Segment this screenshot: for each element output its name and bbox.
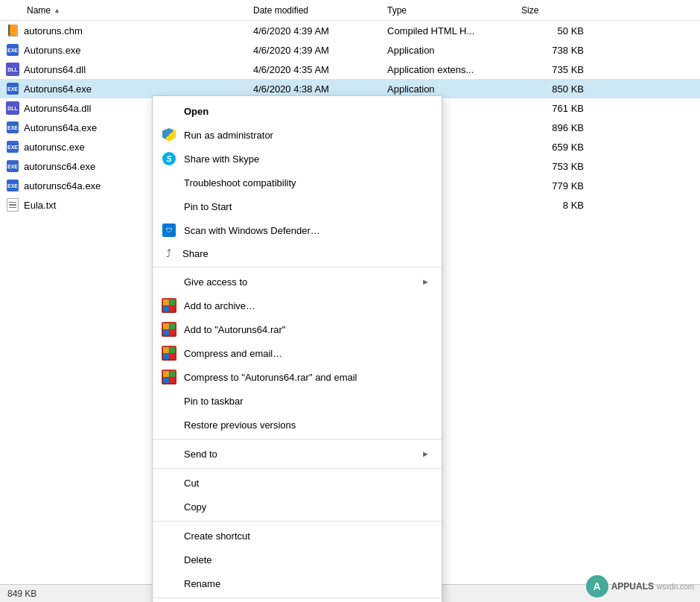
ctx-item-scan-defender[interactable]: 🛡 Scan with Windows Defender… <box>153 218 442 242</box>
ctx-item-open[interactable]: Open <box>153 99 442 123</box>
context-menu-separator <box>153 598 442 598</box>
file-name-cell: EXE Autoruns64.exe <box>0 82 253 95</box>
watermark: A APPUALS wsxdn.com <box>586 575 694 598</box>
file-name-label: Autoruns64.exe <box>24 83 92 95</box>
rar-icon <box>162 322 176 337</box>
ctx-label-pin-start: Pin to Start <box>184 201 232 212</box>
file-date-cell: 4/6/2020 4:39 AM <box>253 45 387 56</box>
col-name-label: Name <box>27 5 51 16</box>
file-date-cell: 4/6/2020 4:39 AM <box>253 25 387 37</box>
file-name-label: Autoruns.exe <box>24 45 81 56</box>
ctx-label-send-to: Send to <box>184 449 217 460</box>
file-size-cell: 738 KB <box>521 45 596 56</box>
ctx-no-icon <box>162 274 176 289</box>
ctx-item-restore-prev[interactable]: Restore previous versions <box>153 413 442 437</box>
file-name-label: Autoruns64.dll <box>24 64 86 75</box>
ctx-no-icon <box>162 446 176 461</box>
file-size-cell: 659 KB <box>521 142 596 153</box>
ctx-item-create-shortcut[interactable]: Create shortcut <box>153 524 442 548</box>
svg-text:EXE: EXE <box>7 125 18 130</box>
ctx-item-share-skype[interactable]: S Share with Skype <box>153 147 442 171</box>
rar-icon <box>162 298 176 313</box>
col-header-name[interactable]: Name ▲ <box>0 5 253 16</box>
ctx-label-add-archive: Add to archive… <box>184 300 255 311</box>
ctx-item-add-rar[interactable]: Add to "Autoruns64.rar" <box>153 317 442 341</box>
ctx-label-copy: Copy <box>184 501 206 513</box>
file-name-cell: DLL Autoruns64.dll <box>0 63 253 76</box>
appuals-logo-icon: A <box>586 575 608 598</box>
file-row[interactable]: EXE Autoruns.exe 4/6/2020 4:39 AM Applic… <box>0 40 700 60</box>
watermark-domain: wsxdn.com <box>657 583 694 591</box>
ctx-item-cut[interactable]: Cut <box>153 471 442 495</box>
exe-file-icon: EXE <box>6 82 19 95</box>
ctx-label-share-skype: Share with Skype <box>184 153 259 165</box>
ctx-label-share: Share <box>182 248 209 259</box>
col-header-date[interactable]: Date modified <box>253 5 387 16</box>
file-name-cell: 📙 autoruns.chm <box>0 24 253 37</box>
ctx-no-icon <box>162 393 176 408</box>
ctx-item-give-access[interactable]: Give access to ► <box>153 270 442 294</box>
ctx-item-copy[interactable]: Copy <box>153 495 442 519</box>
exe-file-icon: EXE <box>6 179 19 192</box>
ctx-label-add-rar: Add to "Autoruns64.rar" <box>184 324 285 335</box>
ctx-no-icon <box>162 104 176 118</box>
ctx-label-restore-prev: Restore previous versions <box>184 419 296 431</box>
file-size-cell: 8 KB <box>521 200 596 211</box>
ctx-item-share[interactable]: ⤴ Share <box>153 242 442 264</box>
ctx-item-delete[interactable]: Delete <box>153 548 442 571</box>
file-name-cell: EXE Autoruns.exe <box>0 43 253 57</box>
file-type-cell: Application <box>387 45 521 56</box>
status-text: 849 KB <box>7 589 36 599</box>
chm-file-icon: 📙 <box>6 24 19 37</box>
ctx-label-scan-defender: Scan with Windows Defender… <box>184 225 320 236</box>
exe-file-icon: EXE <box>6 159 19 173</box>
ctx-item-send-to[interactable]: Send to ► <box>153 442 442 466</box>
file-type-cell: Compiled HTML H... <box>387 25 521 37</box>
file-size-cell: 50 KB <box>521 25 596 37</box>
file-size-cell: 850 KB <box>521 83 596 95</box>
rar-icon <box>162 346 176 361</box>
ctx-item-troubleshoot[interactable]: Troubleshoot compatibility <box>153 171 442 194</box>
ctx-item-rename[interactable]: Rename <box>153 571 442 595</box>
ctx-label-compress-email: Compress and email… <box>184 348 282 359</box>
sort-arrow-icon: ▲ <box>54 7 60 14</box>
file-name-label: autorunsc.exe <box>24 142 85 153</box>
col-header-type[interactable]: Type <box>387 5 521 16</box>
ctx-no-icon <box>162 417 176 432</box>
ctx-item-compress-rar-email[interactable]: Compress to "Autoruns64.rar" and email <box>153 365 442 389</box>
file-date-cell: 4/6/2020 4:35 AM <box>253 64 387 75</box>
ctx-no-icon <box>162 576 176 591</box>
submenu-arrow-icon: ► <box>421 277 430 286</box>
file-type-cell: Application extens... <box>387 64 521 75</box>
context-menu: Open Run as administrator S Share with S… <box>152 95 442 602</box>
svg-text:EXE: EXE <box>7 48 18 53</box>
context-menu-separator <box>153 468 442 469</box>
dll-file-icon: DLL <box>6 101 19 115</box>
ctx-label-run-as-admin: Run as administrator <box>184 130 273 141</box>
defender-icon: 🛡 <box>162 223 176 238</box>
file-row[interactable]: 📙 autoruns.chm 4/6/2020 4:39 AM Compiled… <box>0 21 700 40</box>
svg-text:EXE: EXE <box>7 86 18 92</box>
svg-text:EXE: EXE <box>7 164 18 169</box>
col-header-size[interactable]: Size <box>521 5 596 16</box>
submenu-arrow-icon: ► <box>421 449 430 458</box>
ctx-item-pin-start[interactable]: Pin to Start <box>153 194 442 218</box>
file-name-label: autorunsc64.exe <box>24 161 95 172</box>
ctx-item-add-archive[interactable]: Add to archive… <box>153 294 442 317</box>
ctx-no-icon <box>162 475 176 490</box>
ctx-item-run-as-admin[interactable]: Run as administrator <box>153 123 442 147</box>
ctx-item-compress-email[interactable]: Compress and email… <box>153 341 442 365</box>
column-headers: Name ▲ Date modified Type Size <box>0 0 700 21</box>
file-size-cell: 735 KB <box>521 64 596 75</box>
file-size-cell: 753 KB <box>521 161 596 172</box>
ctx-no-icon <box>162 499 176 514</box>
dll-file-icon: DLL <box>6 63 19 76</box>
file-row[interactable]: DLL Autoruns64.dll 4/6/2020 4:35 AM Appl… <box>0 60 700 79</box>
context-menu-separator <box>153 521 442 522</box>
file-date-cell: 4/6/2020 4:38 AM <box>253 83 387 95</box>
exe-file-icon: EXE <box>6 43 19 57</box>
context-menu-separator <box>153 267 442 267</box>
ctx-item-pin-taskbar[interactable]: Pin to taskbar <box>153 389 442 413</box>
file-name-label: autoruns.chm <box>24 25 83 37</box>
exe-file-icon: EXE <box>6 140 19 153</box>
